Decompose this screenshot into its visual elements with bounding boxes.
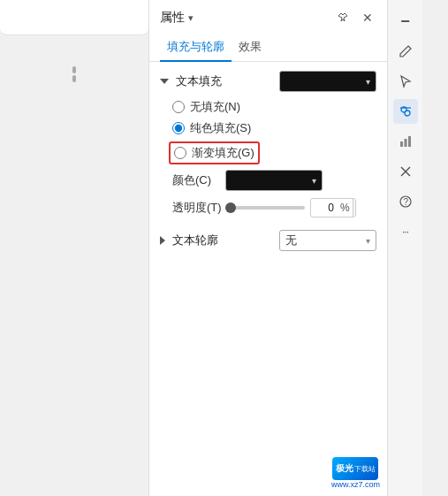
chevron-down-icon[interactable]: ▾	[188, 12, 194, 24]
panel-header: 属性 ▾ ✕	[149, 0, 387, 34]
panel-body: 文本填充 ▾ 无填充(N) 纯色填充(S)	[149, 62, 387, 443]
spin-buttons: ▲ ▼	[353, 199, 356, 217]
fill-section: 文本填充 ▾ 无填充(N) 纯色填充(S)	[160, 71, 376, 217]
no-fill-option: 无填充(N)	[160, 99, 376, 115]
solid-fill-option: 纯色填充(S)	[160, 120, 376, 136]
sidebar-icon-tools[interactable]	[393, 159, 418, 184]
panel-title: 属性 ▾	[160, 10, 194, 26]
sidebar-icon-cursor[interactable]	[393, 69, 418, 94]
sidebar-icon-help[interactable]: ?	[393, 189, 418, 214]
fill-type-dropdown[interactable]: ▾	[279, 71, 376, 92]
tab-fill-outline[interactable]: 填充与轮廓	[160, 34, 232, 62]
percent-label: %	[338, 202, 353, 214]
fill-section-title: 文本填充	[160, 73, 222, 89]
sidebar-icon-minus[interactable]: −	[393, 9, 418, 34]
svg-rect-4	[404, 139, 406, 147]
tab-effects[interactable]: 效果	[232, 34, 269, 62]
panel-tabs: 填充与轮廓 效果	[149, 34, 387, 62]
watermark-site: www.xz7.com	[331, 480, 380, 489]
expand-triangle-icon[interactable]	[160, 79, 169, 84]
fill-section-header: 文本填充 ▾	[160, 71, 376, 92]
outline-section: 文本轮廓 无 ▾	[160, 230, 376, 251]
transparency-row: 透明度(T) 0 % ▲ ▼	[160, 198, 376, 217]
close-button[interactable]: ✕	[359, 9, 376, 27]
panel-title-text: 属性	[160, 10, 185, 26]
pin-button[interactable]	[334, 9, 352, 27]
solid-fill-radio[interactable]	[172, 122, 185, 134]
spin-down-button[interactable]: ▼	[353, 208, 356, 217]
outline-dropdown[interactable]: 无 ▾	[279, 230, 376, 251]
gradient-fill-radio[interactable]	[174, 147, 186, 159]
sidebar-icon-edit[interactable]	[393, 39, 418, 64]
spin-up-button[interactable]: ▲	[353, 199, 356, 208]
sidebar-icon-filter[interactable]	[393, 99, 418, 124]
slider-container: 0 % ▲ ▼	[225, 198, 356, 217]
watermark-logo: 极光 下载站	[332, 457, 378, 480]
properties-panel: 属性 ▾ ✕ 填充与轮廓 效果 文本填充	[148, 0, 387, 496]
sidebar-icon-more[interactable]: ···	[393, 219, 418, 244]
dropdown-arrow-icon: ▾	[366, 77, 370, 87]
watermark: 极光 下载站 www.xz7.com	[331, 457, 380, 489]
sidebar-icon-chart[interactable]	[393, 129, 418, 154]
color-row: 颜色(C) ▾	[160, 170, 376, 191]
transparency-slider[interactable]	[225, 206, 305, 210]
outline-dropdown-arrow-icon: ▾	[366, 236, 370, 246]
svg-rect-3	[400, 141, 403, 147]
transparency-value-input[interactable]: 0	[311, 200, 338, 216]
color-dropdown[interactable]: ▾	[225, 170, 323, 191]
watermark-area: 极光 下载站 www.xz7.com	[149, 443, 387, 496]
svg-text:?: ?	[403, 197, 408, 207]
svg-point-1	[405, 111, 410, 116]
gradient-fill-wrapper: 渐变填充(G)	[169, 141, 260, 164]
outline-section-title: 文本轮廓	[172, 233, 218, 248]
svg-rect-5	[408, 136, 411, 147]
no-fill-radio[interactable]	[172, 101, 185, 113]
outline-section-header: 文本轮廓 无 ▾	[160, 230, 376, 251]
outline-expand-icon[interactable]	[160, 236, 165, 245]
right-sidebar: − ? ···	[387, 0, 422, 496]
gradient-fill-option: 渐变填充(G)	[174, 145, 254, 161]
transparency-input-group: 0 % ▲ ▼	[310, 198, 356, 217]
panel-header-actions: ✕	[334, 9, 376, 27]
color-dropdown-arrow-icon: ▾	[312, 176, 316, 186]
